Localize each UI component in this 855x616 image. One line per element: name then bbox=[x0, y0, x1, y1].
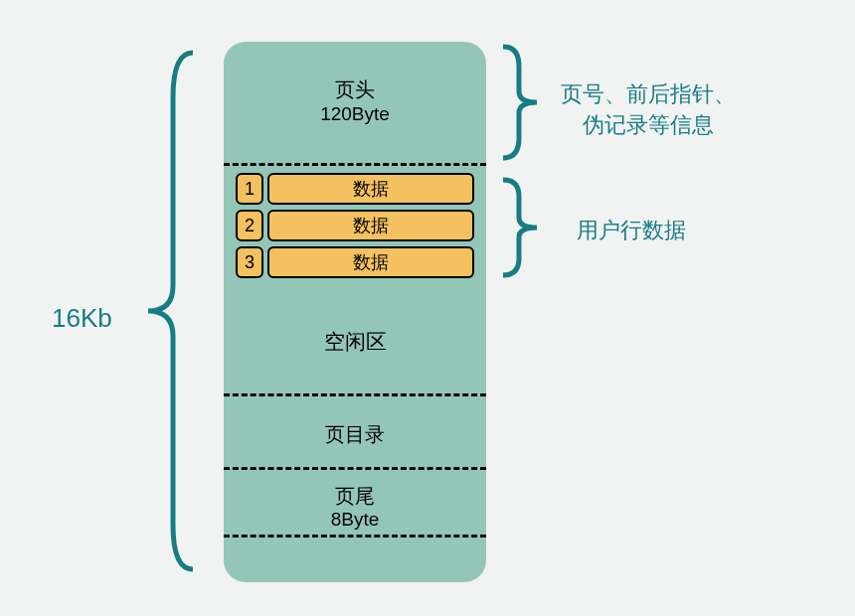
row-label: 数据 bbox=[267, 246, 474, 278]
data-row: 1 数据 bbox=[236, 173, 474, 205]
data-row: 2 数据 bbox=[236, 210, 474, 241]
page-footer-title: 页尾 bbox=[224, 483, 486, 510]
header-description: 页号、前后指针、 伪记录等信息 bbox=[561, 79, 736, 141]
total-size-label: 16Kb bbox=[52, 303, 112, 334]
right-brace-header-icon bbox=[497, 42, 545, 163]
page-directory-label: 页目录 bbox=[224, 421, 486, 448]
divider-1 bbox=[224, 163, 486, 166]
row-number: 1 bbox=[236, 173, 263, 205]
row-label: 数据 bbox=[267, 173, 474, 205]
row-label: 数据 bbox=[267, 210, 474, 241]
page-header-title: 页头 bbox=[224, 77, 486, 103]
divider-4 bbox=[224, 535, 486, 538]
divider-3 bbox=[224, 467, 486, 470]
data-rows-container: 1 数据 2 数据 3 数据 bbox=[236, 173, 474, 283]
page-header-size: 120Byte bbox=[224, 103, 486, 125]
right-brace-data-icon bbox=[497, 175, 545, 280]
row-number: 2 bbox=[236, 210, 263, 241]
header-desc-line2: 伪记录等信息 bbox=[583, 112, 714, 137]
header-desc-line1: 页号、前后指针、 bbox=[561, 81, 736, 106]
page-footer-size: 8Byte bbox=[224, 509, 486, 531]
page-block: 页头 120Byte 1 数据 2 数据 3 数据 空闲区 页目录 页尾 8By… bbox=[224, 42, 486, 582]
left-brace-icon bbox=[133, 48, 203, 574]
row-number: 3 bbox=[236, 246, 263, 278]
divider-2 bbox=[224, 393, 486, 396]
data-description: 用户行数据 bbox=[577, 216, 686, 245]
free-area-label: 空闲区 bbox=[224, 328, 486, 356]
data-row: 3 数据 bbox=[236, 246, 474, 278]
